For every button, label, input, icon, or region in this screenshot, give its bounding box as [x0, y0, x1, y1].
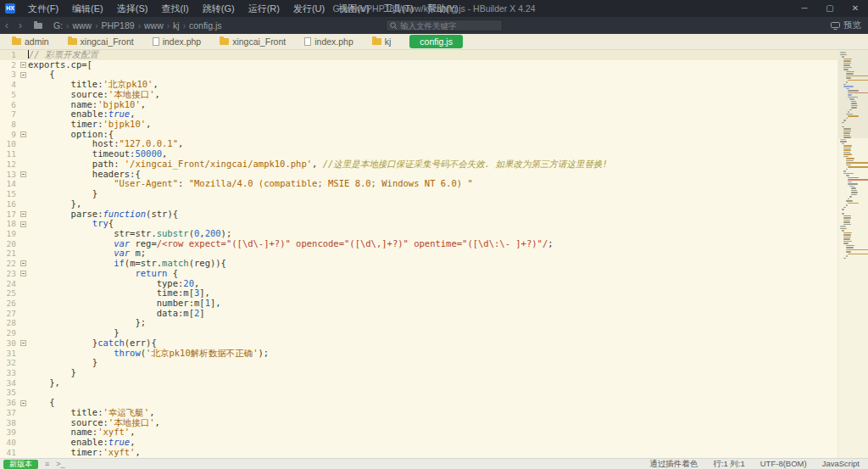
- line-number[interactable]: 16: [0, 199, 19, 209]
- line-number[interactable]: 36: [0, 398, 19, 408]
- breadcrumb-segment[interactable]: www: [142, 20, 166, 31]
- line-number[interactable]: 25: [0, 288, 19, 299]
- menu-item-publish[interactable]: 发行(U): [287, 0, 331, 17]
- line-number[interactable]: 37: [0, 408, 19, 418]
- tab-xingcai_Front-1[interactable]: xingcai_Front: [68, 34, 134, 49]
- line-number[interactable]: 22: [0, 259, 19, 269]
- menu-item-help[interactable]: 帮助(Y): [421, 0, 465, 17]
- line-number[interactable]: 10: [0, 139, 19, 149]
- code-line[interactable]: 34 },: [0, 378, 837, 388]
- code-line[interactable]: 15 }: [0, 189, 837, 199]
- line-number[interactable]: 21: [0, 248, 19, 259]
- line-number[interactable]: 3: [0, 70, 19, 80]
- tab-xingcai_Front-2[interactable]: xingcai_Front: [220, 34, 286, 49]
- tab-config.js[interactable]: config.js: [409, 35, 463, 48]
- code-line[interactable]: 2exports.cp=[: [0, 60, 837, 70]
- line-number[interactable]: 40: [0, 438, 19, 448]
- line-number[interactable]: 26: [0, 299, 19, 309]
- line-number[interactable]: 27: [0, 309, 19, 319]
- breadcrumb-segment[interactable]: www: [70, 20, 94, 31]
- line-number[interactable]: 18: [0, 219, 19, 229]
- line-number[interactable]: 5: [0, 90, 19, 100]
- breadcrumb-segment[interactable]: kj: [170, 20, 182, 31]
- line-number[interactable]: 31: [0, 349, 19, 359]
- fold-toggle-icon[interactable]: [20, 72, 26, 78]
- menu-item-file[interactable]: 文件(F): [22, 0, 64, 17]
- close-button[interactable]: ✕: [843, 0, 868, 17]
- fold-toggle-icon[interactable]: [20, 211, 26, 217]
- line-number[interactable]: 11: [0, 149, 19, 159]
- line-number[interactable]: 6: [0, 100, 19, 110]
- line-number[interactable]: 14: [0, 179, 19, 189]
- line-number[interactable]: 38: [0, 418, 19, 428]
- fold-toggle-icon[interactable]: [20, 221, 26, 227]
- fold-toggle-icon[interactable]: [20, 400, 26, 406]
- maximize-button[interactable]: ▢: [817, 0, 843, 17]
- status-item-1[interactable]: 行:1 列:1: [713, 459, 745, 469]
- line-number[interactable]: 29: [0, 328, 19, 338]
- fold-toggle-icon[interactable]: [20, 340, 26, 346]
- list-icon[interactable]: ≡: [45, 460, 49, 468]
- menu-item-find[interactable]: 查找(I): [155, 0, 194, 17]
- line-number[interactable]: 20: [0, 239, 19, 249]
- code-line[interactable]: 33 }: [0, 368, 837, 378]
- status-item-2[interactable]: UTF-8(BOM): [760, 459, 807, 469]
- update-badge[interactable]: 新版本: [3, 460, 38, 469]
- menu-item-edit[interactable]: 编辑(E): [66, 0, 109, 17]
- code-line[interactable]: 41 timer:'xyft',: [0, 448, 837, 458]
- tab-admin[interactable]: admin: [12, 34, 49, 49]
- line-number[interactable]: 39: [0, 427, 19, 438]
- line-number[interactable]: 33: [0, 368, 19, 378]
- minimize-button[interactable]: ─: [792, 0, 817, 17]
- code-line[interactable]: 28 };: [0, 318, 837, 328]
- code-line[interactable]: 35: [0, 388, 837, 398]
- preview-button[interactable]: 预览: [831, 17, 861, 34]
- tab-index.php-1[interactable]: index.php: [153, 34, 202, 49]
- fold-toggle-icon[interactable]: [20, 260, 26, 266]
- status-item-0[interactable]: 通过插件着色: [649, 459, 698, 469]
- fold-toggle-icon[interactable]: [20, 131, 26, 137]
- line-number[interactable]: 23: [0, 269, 19, 279]
- code-line[interactable]: 32 }: [0, 358, 837, 368]
- minimap[interactable]: [837, 50, 868, 458]
- line-number[interactable]: 8: [0, 120, 19, 130]
- code-line[interactable]: 31 throw('北京pk10解析数据不正确');: [0, 349, 837, 359]
- line-number[interactable]: 2: [0, 60, 19, 70]
- line-number[interactable]: 15: [0, 189, 19, 199]
- terminal-icon[interactable]: >_: [56, 460, 64, 468]
- line-number[interactable]: 12: [0, 159, 19, 170]
- fold-toggle-icon[interactable]: [20, 171, 26, 177]
- line-number[interactable]: 28: [0, 318, 19, 328]
- line-number[interactable]: 9: [0, 130, 19, 140]
- line-number[interactable]: 4: [0, 80, 19, 90]
- line-number[interactable]: 35: [0, 388, 19, 398]
- menu-item-goto[interactable]: 跳转(G): [197, 0, 241, 17]
- breadcrumb-segment[interactable]: config.js: [186, 20, 225, 31]
- line-number[interactable]: 17: [0, 209, 19, 220]
- breadcrumb-segment[interactable]: PHP189: [99, 20, 137, 31]
- search-input[interactable]: [400, 21, 492, 31]
- status-item-3[interactable]: JavaScript: [822, 459, 860, 469]
- code-line[interactable]: 1// 彩票开发配置: [0, 50, 837, 60]
- editor-lines[interactable]: 1// 彩票开发配置2exports.cp=[3 {4 title:'北京pk1…: [0, 50, 837, 458]
- menu-item-select[interactable]: 选择(S): [111, 0, 154, 17]
- editor[interactable]: 1// 彩票开发配置2exports.cp=[3 {4 title:'北京pk1…: [0, 50, 868, 458]
- menu-item-run[interactable]: 运行(R): [242, 0, 286, 17]
- line-number[interactable]: 34: [0, 378, 19, 388]
- fold-toggle-icon[interactable]: [20, 62, 26, 68]
- tab-kj[interactable]: kj: [372, 34, 392, 49]
- menu-item-view[interactable]: 视图(V): [332, 0, 376, 17]
- line-number[interactable]: 1: [0, 50, 19, 60]
- forward-icon[interactable]: ›: [14, 18, 27, 33]
- breadcrumb-segment[interactable]: G:: [51, 20, 65, 31]
- line-number[interactable]: 41: [0, 448, 19, 458]
- line-number[interactable]: 13: [0, 170, 19, 180]
- fold-toggle-icon[interactable]: [20, 271, 26, 276]
- back-icon[interactable]: ‹: [0, 18, 14, 33]
- tab-index.php-2[interactable]: index.php: [304, 34, 353, 49]
- line-number[interactable]: 24: [0, 279, 19, 289]
- code-line[interactable]: 14 "User-Agent": "Mozilla/4.0 (compatibl…: [0, 179, 837, 189]
- minimap-viewport[interactable]: [838, 50, 868, 138]
- code-line[interactable]: 17 parse:function(str){: [0, 209, 837, 220]
- line-number[interactable]: 30: [0, 338, 19, 349]
